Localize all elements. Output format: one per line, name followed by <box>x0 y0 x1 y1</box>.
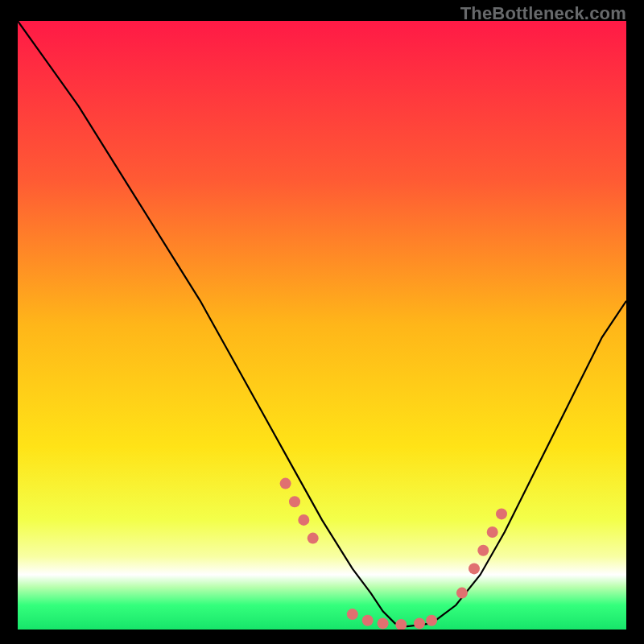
bottleneck-chart <box>18 21 626 630</box>
valley-marker <box>308 533 319 544</box>
gradient-background <box>18 21 626 630</box>
valley-marker <box>496 508 507 519</box>
valley-marker <box>477 545 489 556</box>
valley-marker <box>280 478 291 489</box>
valley-marker <box>469 563 480 574</box>
valley-marker <box>414 617 425 629</box>
chart-frame <box>18 21 626 630</box>
valley-marker <box>347 609 358 620</box>
valley-marker <box>298 514 309 526</box>
valley-marker <box>289 496 300 507</box>
valley-marker <box>487 526 498 538</box>
valley-marker <box>426 615 437 626</box>
valley-marker <box>378 617 389 629</box>
valley-marker <box>362 615 374 626</box>
valley-marker <box>456 588 468 599</box>
